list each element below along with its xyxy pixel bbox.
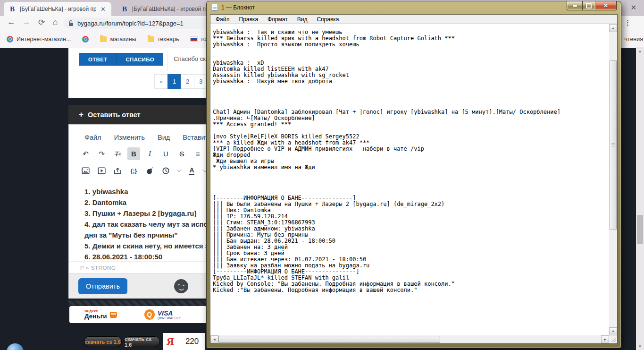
minimize-button[interactable]	[567, 1, 583, 10]
page-button[interactable]: 3	[194, 74, 208, 89]
answer-button[interactable]: ОТВЕТ	[79, 53, 116, 66]
notepad-line: *** Access granted! ***	[213, 121, 609, 128]
tab-close-icon[interactable]	[100, 6, 107, 13]
bookmark-item[interactable]: магазины	[100, 36, 136, 43]
leave-reply-title: Оставить ответ	[88, 111, 141, 119]
bold-icon[interactable]: B	[127, 147, 140, 160]
notepad-line: * ybiwashka изменил имя на Жди	[213, 164, 609, 171]
resize-grip[interactable]	[609, 335, 617, 343]
editor-toolbar-row2: {;}A	[79, 164, 224, 177]
notepad-edit-area: ybiwashka : Так и скажи что не умеешь***…	[210, 24, 617, 343]
editor-menu-item[interactable]: Файл	[84, 134, 101, 141]
notepad-vertical-scrollbar[interactable]	[609, 24, 617, 335]
bookmark-reading-list[interactable]: чтения	[624, 30, 643, 48]
text-color-icon[interactable]: A	[185, 164, 198, 177]
redo-icon[interactable]: ↷	[95, 147, 108, 160]
scroll-up-icon[interactable]	[636, 47, 644, 55]
page-button[interactable]: «	[154, 74, 168, 89]
scrollbar-thumb[interactable]	[637, 215, 643, 244]
editor-menu-item[interactable]: Изменить	[114, 134, 145, 141]
scrollbar-thumb[interactable]	[610, 60, 617, 230]
tab-separator	[114, 5, 114, 13]
tab-title: [БуГаГаШеНьКа] - игровой про	[20, 6, 96, 12]
notepad-text[interactable]: ybiwashka : Так и скажи что не умеешь***…	[210, 24, 609, 335]
browser-window-close-icon[interactable]	[630, 3, 636, 12]
strikethrough-icon[interactable]: S	[176, 147, 188, 160]
visa-text: VISA	[158, 310, 181, 316]
yandex-metrika-badge[interactable]: Я 220	[163, 333, 205, 350]
browser-tab-2[interactable]: B [БуГаГаШеНьКа] - игровой п	[116, 2, 216, 16]
editor-content[interactable]: 1. ybiwashka2. Dantomka3. Пушки + Лазеры…	[84, 186, 217, 262]
editor-list-line: 1. ybiwashka	[84, 186, 217, 197]
notepad-icon	[212, 4, 218, 11]
video-icon[interactable]	[95, 164, 108, 177]
thanks-button[interactable]: СПАСИБО	[116, 53, 163, 66]
notepad-menu-item[interactable]: Вид	[295, 16, 310, 23]
notepad-menubar: ФайлПравкаФорматВидСправка	[210, 15, 617, 24]
emoji-icon[interactable]	[174, 279, 188, 293]
notepad-menu-item[interactable]: Файл	[213, 16, 232, 23]
notepad-window: 1 — Блокнот ФайлПравкаФорматВидСправка y…	[206, 1, 621, 348]
scroll-up-icon[interactable]	[609, 24, 617, 32]
qiwi-logo[interactable]: Q VISA QIWI WALLET	[144, 309, 181, 320]
editor-menu-item[interactable]: Вид	[158, 134, 170, 141]
yandex-money-text: Деньги	[84, 313, 107, 320]
window-caption-buttons	[567, 1, 617, 10]
underline-icon[interactable]: U	[159, 147, 172, 160]
scroll-left-icon[interactable]	[210, 335, 218, 343]
yandex-money-logo[interactable]: Яндекс Деньги	[84, 309, 117, 320]
download-cs-button-2[interactable]: скачать cs 1.6	[124, 336, 160, 347]
notepad-line	[213, 91, 609, 97]
italic-icon[interactable]: I	[143, 147, 156, 160]
scrollbar-thumb[interactable]	[218, 336, 440, 343]
back-icon[interactable]	[6, 17, 17, 27]
scroll-down-icon[interactable]	[609, 327, 617, 335]
chevron-down-icon[interactable]	[176, 164, 182, 177]
home-icon[interactable]	[50, 17, 61, 27]
site-favicon: B	[8, 5, 16, 13]
browser-menu-icon[interactable]	[624, 18, 631, 27]
close-button[interactable]	[595, 1, 617, 10]
reload-icon[interactable]	[36, 17, 47, 27]
notepad-line: ||| Вы были забанены на Пушки + Лазеры 2…	[213, 201, 609, 207]
notepad-horizontal-scrollbar[interactable]	[210, 335, 609, 343]
clock-icon[interactable]	[159, 164, 172, 177]
divider	[167, 52, 168, 71]
notepad-line: Kicked :"Вы забанены. Подробная информац…	[213, 287, 609, 293]
browser-scrollbar[interactable]	[636, 47, 644, 350]
browser-tab-1[interactable]: B [БуГаГаШеНьКа] - игровой про	[4, 2, 111, 16]
bomb-icon[interactable]	[143, 164, 156, 177]
forward-icon[interactable]	[21, 17, 32, 27]
code-icon[interactable]: {;}	[127, 164, 140, 177]
scroll-right-icon[interactable]	[601, 335, 609, 343]
page-button[interactable]: 1	[167, 74, 181, 89]
flag-icon	[190, 36, 198, 42]
download-cs-button-1[interactable]: скачать cs 1.6	[84, 336, 122, 347]
notepad-line	[213, 48, 609, 54]
notepad-menu-item[interactable]: Формат	[265, 16, 290, 23]
minimize-icon	[573, 5, 577, 7]
notepad-line	[213, 97, 609, 103]
chrome-icon	[7, 36, 13, 43]
notepad-line: [VIP] Подробнее о VIP и АДМИН привилегия…	[213, 146, 609, 152]
qiwi-icon: Q	[144, 309, 155, 320]
send-button[interactable]: Отправить	[78, 278, 127, 294]
maximize-button[interactable]	[583, 1, 595, 10]
image-icon[interactable]	[79, 164, 92, 177]
scroll-down-icon[interactable]	[636, 342, 644, 350]
bookmark-item[interactable]: Интернет-магазин...	[7, 36, 71, 43]
editor-toolbar-row1: ↶↷TxBIUS≡≡	[79, 147, 220, 160]
bookmark-item[interactable]	[82, 36, 89, 43]
bookmark-label: технарь	[158, 36, 179, 43]
align-left-icon[interactable]: ≡	[192, 147, 204, 160]
url-text: bygaga.ru/forum/topic?id=127&page=1	[77, 20, 184, 27]
notepad-menu-item[interactable]: Справка	[314, 16, 341, 23]
upload-icon[interactable]	[111, 164, 124, 177]
notepad-menu-item[interactable]: Правка	[237, 16, 261, 23]
clear-format-icon[interactable]: Tx	[111, 147, 124, 160]
notepad-client-area: ФайлПравкаФорматВидСправка ybiwashka : Т…	[210, 14, 618, 344]
bookmark-item[interactable]: технарь	[148, 36, 179, 43]
page-button[interactable]: 2	[181, 74, 194, 89]
undo-icon[interactable]: ↶	[79, 147, 92, 160]
yandex-letter: Я	[163, 335, 178, 348]
